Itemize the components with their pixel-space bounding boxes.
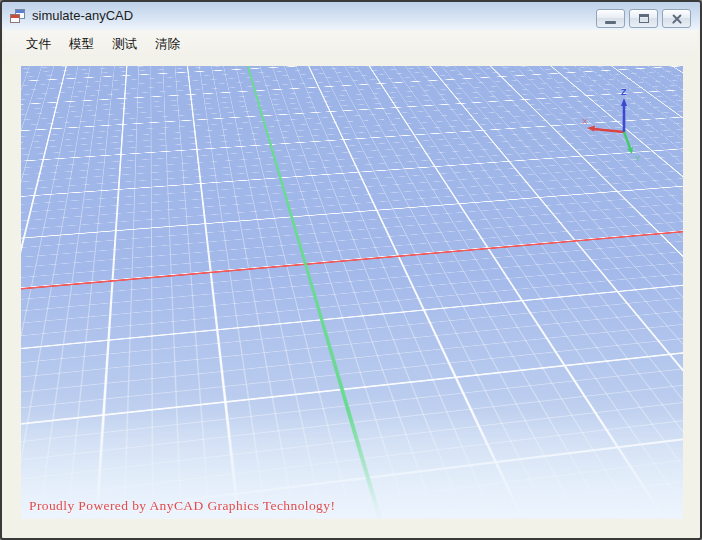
close-icon [671,13,683,25]
menu-item-test[interactable]: 测试 [103,33,146,55]
menubar: 文件 模型 测试 清除 [4,30,698,58]
app-icon [10,8,26,24]
window-title: simulate-anyCAD [32,2,133,30]
menu-item-file[interactable]: 文件 [17,33,60,55]
watermark-text: Proudly Powered by AnyCAD Graphics Techn… [29,498,335,514]
window-controls [596,9,691,28]
ground-grid-plane [21,66,683,519]
menu-item-model[interactable]: 模型 [60,33,103,55]
maximize-button[interactable] [629,9,658,28]
world-x-axis-line [21,159,683,436]
menu-item-clear[interactable]: 清除 [146,33,189,55]
app-icon-front-window [10,14,20,23]
titlebar[interactable]: simulate-anyCAD [2,2,700,30]
minimize-icon [605,21,616,24]
minimize-button[interactable] [596,9,625,28]
maximize-icon [639,14,649,23]
close-button[interactable] [662,9,691,28]
app-window: simulate-anyCAD 文件 模型 测试 清除 [0,0,702,540]
viewport-3d[interactable]: X Z Y Proudly Powered by AnyCAD Graphics… [21,66,683,519]
world-y-axis-line [195,66,450,519]
